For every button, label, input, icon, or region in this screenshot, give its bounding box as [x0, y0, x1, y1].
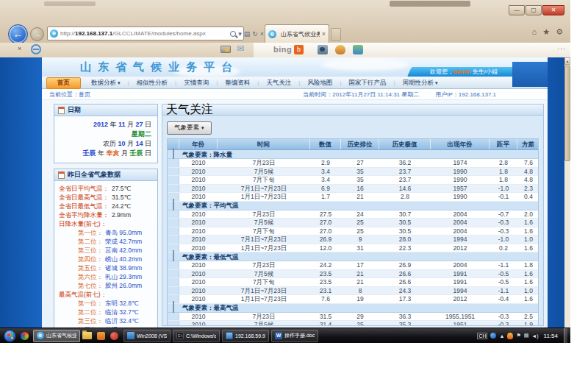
rank-value[interactable]: 莒南 42.0mm — [105, 247, 142, 254]
table-row[interactable]: 20107月1日~7月23日26.9928.01994-1.01.0 — [168, 236, 538, 244]
taskbar-window-1[interactable]: Win2008 (VS2... — [123, 330, 171, 342]
table-cell: -0.5 — [490, 270, 517, 278]
compatibility-icon[interactable]: ▤ — [244, 30, 251, 38]
nav-item-2[interactable]: 相似性分析 — [129, 79, 176, 88]
rank-value[interactable]: 荣成 42.7mm — [105, 238, 142, 245]
current-time: 当前时间：2012年11月27日 11:14:31 星期二 — [303, 91, 419, 99]
pinned-app-orange-icon[interactable] — [97, 332, 105, 340]
table-row[interactable]: 20101月1日~7月23日1.7212.81990-0.10.4 — [168, 193, 538, 202]
table-cell: 9 — [341, 236, 379, 244]
tab-close-icon[interactable]: × — [322, 30, 326, 38]
table-cell: 1990 — [431, 193, 490, 201]
table-row[interactable]: 20107月5候27.02530.52004-0.31.6 — [168, 219, 538, 227]
back-button[interactable]: ← — [8, 24, 28, 44]
language-indicator[interactable]: CH — [477, 333, 487, 339]
minimize-button[interactable]: — — [509, 5, 525, 15]
blocked-icon[interactable] — [31, 44, 41, 54]
nav-item-3[interactable]: 灾情查询 — [176, 79, 216, 88]
table-group-row[interactable]: 气象要素：最低气温 — [168, 252, 538, 261]
taskbar-window-3[interactable]: 192.168.59.99... — [222, 330, 269, 342]
rank-value[interactable]: 临沂 32.4℃ — [105, 317, 138, 325]
show-desktop-button[interactable] — [564, 328, 567, 344]
table-cell: 0.2 — [490, 244, 517, 252]
refresh-icon[interactable]: ↻ — [252, 30, 258, 38]
close-button[interactable]: ✕ — [542, 5, 564, 15]
explorer-folder-icon[interactable] — [82, 332, 92, 339]
taskbar-clock[interactable]: 11:54 — [544, 333, 558, 339]
rank-value[interactable]: 青岛 95.0mm — [105, 229, 142, 236]
flame-tray-icon[interactable] — [507, 333, 513, 339]
bing-search-icon[interactable]: b — [294, 45, 304, 54]
address-bar[interactable]: e http://192.168.137.1/GLCCLIMATE/module… — [47, 26, 244, 40]
nav-item-1[interactable]: 数据分析▾ — [84, 79, 128, 88]
calendar-text: 农历 — [103, 140, 118, 147]
taskbar-window-2[interactable]: C:\C:\Windows\s... — [173, 330, 220, 342]
home-icon[interactable]: ⌂ — [532, 27, 537, 37]
camera-addon-icon[interactable] — [318, 45, 328, 54]
tray-expand-icon[interactable]: ▲ — [499, 333, 504, 339]
nav-item-7[interactable]: 国家下行产品 — [341, 79, 393, 88]
table-row[interactable]: 20107月23日2.92736.219742.87.6 — [168, 159, 538, 168]
scrollbar-up-icon[interactable]: ▲ — [564, 57, 570, 65]
table-row[interactable]: 20107月23日24.21726.92004-1.11.8 — [168, 261, 538, 270]
rank-value[interactable]: 乳山 29.3mm — [105, 273, 142, 280]
table-row[interactable]: 20107月下旬3.43523.719901.84.8 — [168, 176, 538, 185]
table-row[interactable]: 20107月1日~7月23日6.91614.61957-1.02.3 — [168, 185, 538, 194]
settings-gear-icon[interactable]: ⚙ — [556, 27, 563, 37]
taskbar-window-0[interactable]: e山东省气候业务... — [33, 330, 80, 342]
table-group-row[interactable]: 气象要素：平均气温 — [168, 202, 538, 210]
table-row[interactable]: 20107月23日31.52936.31955,1951-0.32.5 — [168, 313, 538, 322]
table-row[interactable]: 20101月1日~7月23日7.61917.32012-0.41.6 — [168, 295, 538, 304]
table-group-row[interactable]: 气象要素：降水量 — [168, 150, 538, 159]
taskbar-window-4[interactable]: W操作手册.docx ... — [271, 330, 318, 342]
overflow-menu[interactable]: ··· — [557, 45, 566, 52]
table-cell: 17.3 — [379, 295, 431, 303]
rank-value[interactable]: 东明 32.8℃ — [105, 300, 138, 307]
start-button[interactable] — [4, 330, 16, 342]
network-icon[interactable]: ▤ — [524, 333, 529, 339]
rank-value[interactable]: 胶州 26.0mm — [105, 282, 142, 289]
table-row[interactable]: 20101月1日~7月23日12.03122.320120.21.6 — [168, 244, 538, 253]
nav-item-4[interactable]: 整编资料 — [218, 79, 257, 88]
speaker-icon[interactable]: ◄) — [531, 333, 538, 339]
rank-value[interactable]: 崂山 40.2mm — [105, 255, 142, 263]
new-tab-button[interactable] — [331, 28, 341, 41]
table-row[interactable]: 20107月下旬23.52126.61991-0.51.6 — [168, 278, 538, 287]
table-group-row[interactable]: 气象要素：最高气温 — [168, 304, 538, 313]
nav-item-0[interactable]: 首页 — [46, 77, 81, 89]
messenger-tray-icon[interactable] — [490, 333, 496, 339]
action-center-flag-icon[interactable]: ⚑ — [516, 333, 520, 339]
paw-addon-icon[interactable] — [335, 45, 345, 54]
nav-item-8[interactable]: 周期性分析▾ — [395, 79, 445, 88]
table-row[interactable]: 20107月5候31.42535.31951-0.31.9 — [168, 321, 538, 326]
element-filter-button[interactable]: 气象要素▾ — [167, 121, 212, 135]
quick-launch-icon[interactable] — [21, 332, 29, 340]
rank-value[interactable]: 临清 32.7℃ — [105, 308, 138, 316]
forward-button[interactable]: → — [30, 27, 44, 41]
browser-tab[interactable]: e 山东省气候业务平... × — [265, 24, 329, 43]
rank-value[interactable]: 诸城 38.9mm — [105, 264, 142, 272]
vertical-scrollbar[interactable]: ▲ — [564, 57, 570, 328]
nav-item-5[interactable]: 天气关注 — [259, 79, 298, 88]
scrollbar-thumb[interactable] — [564, 66, 570, 161]
table-cell: 17 — [341, 261, 379, 269]
favorites-star-icon[interactable]: ★ — [542, 27, 550, 37]
pinned-app-red-icon[interactable] — [110, 332, 118, 340]
search-icon[interactable] — [230, 31, 236, 37]
bing-logo[interactable]: bing — [273, 45, 292, 54]
mail-envelope-icon[interactable]: ✉ — [237, 43, 244, 54]
table-row[interactable]: 20107月5候23.52126.61991-0.51.6 — [168, 270, 538, 279]
stop-icon[interactable]: × — [260, 30, 264, 38]
toolbar-close-icon[interactable]: × — [18, 45, 21, 52]
table-row[interactable]: 20107月下旬27.02530.52004-0.31.6 — [168, 227, 538, 236]
table-cell: 21 — [341, 270, 379, 278]
welcome-text: 欢迎您，admin 先生/小姐 — [430, 68, 498, 76]
table-row[interactable]: 20107月23日27.52430.72004-0.72.0 — [168, 210, 538, 219]
people-addon-icon[interactable] — [353, 45, 363, 54]
camera-icon[interactable] — [220, 46, 231, 53]
table-row[interactable]: 20107月1日~7月23日23.1824.31994-1.11.0 — [168, 287, 538, 296]
table-row[interactable]: 20107月5候3.43523.719901.84.8 — [168, 168, 538, 177]
nav-item-6[interactable]: 风险地图 — [300, 79, 340, 88]
chevron-down-icon[interactable]: ▾ — [238, 30, 242, 38]
maximize-button[interactable]: ▢ — [526, 5, 542, 15]
